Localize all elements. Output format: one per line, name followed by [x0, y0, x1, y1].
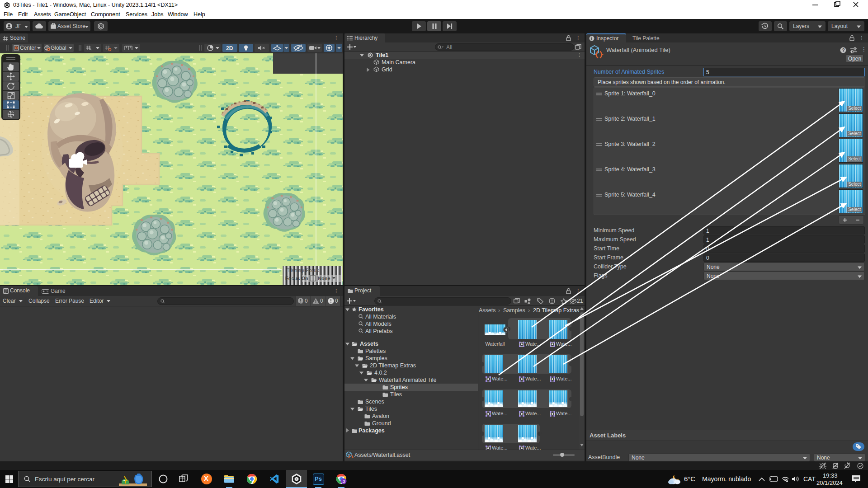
svg-text:Focus On: Focus On [285, 276, 308, 281]
svg-text:J: J [343, 479, 345, 484]
svg-text:None: None [318, 276, 330, 281]
svg-text:Tilemap Focus: Tilemap Focus [287, 267, 319, 273]
svg-text:?: ? [842, 48, 844, 53]
svg-text:Center: Center [20, 45, 36, 51]
svg-text:Global: Global [51, 45, 66, 51]
svg-text:2D: 2D [226, 45, 233, 52]
